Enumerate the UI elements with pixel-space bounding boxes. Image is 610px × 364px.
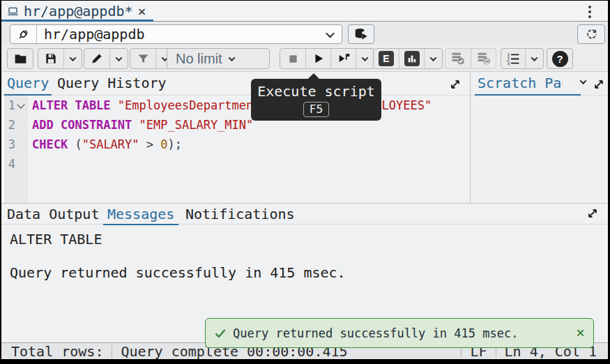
database-play-icon xyxy=(353,26,369,42)
limit-group: No limit xyxy=(167,48,270,69)
scratch-pad-area[interactable] xyxy=(471,96,608,203)
rollback-button[interactable] xyxy=(471,49,496,68)
macro-options-button[interactable] xyxy=(525,49,543,68)
pgadmin-query-tool-window: hr/app@appdb* × hr/app@appdb xyxy=(0,0,610,364)
expand-icon[interactable] xyxy=(592,77,606,91)
sql-editor[interactable]: 1ALTER TABLE "EmployeesDepartments_Salar… xyxy=(1,96,470,203)
question-mark-icon: ? xyxy=(552,51,568,67)
code-line[interactable]: 4 xyxy=(1,154,470,174)
execute-button[interactable] xyxy=(305,49,330,68)
execute-options-button[interactable] xyxy=(330,49,356,68)
save-group xyxy=(38,48,82,69)
total-rows-label: Total rows: xyxy=(1,343,103,360)
code-line[interactable]: 3CHECK ("SALARY" > 0); xyxy=(1,135,470,154)
fold-chevron-icon[interactable] xyxy=(17,100,24,108)
edit-button[interactable] xyxy=(84,49,109,68)
transaction-group xyxy=(445,48,496,69)
query-panel: Query Query History 1ALTER TABLE "Employ… xyxy=(1,72,470,203)
new-connection-button[interactable] xyxy=(348,24,374,44)
reset-layout-button[interactable] xyxy=(577,24,605,44)
connection-row: hr/app@appdb xyxy=(1,22,608,45)
plug-icon xyxy=(10,25,37,43)
explain-group: E xyxy=(373,48,443,69)
connection-value: hr/app@appdb xyxy=(37,26,327,43)
tab-scratch-pad[interactable]: Scratch Pad xyxy=(478,75,563,91)
execute-tooltip: Execute script F5 xyxy=(251,79,381,121)
chevron-down-icon[interactable] xyxy=(580,77,587,84)
folder-icon xyxy=(13,52,28,66)
refresh-icon xyxy=(584,27,598,41)
chevron-down-icon xyxy=(430,54,437,61)
play-icon xyxy=(312,52,326,66)
play-flag-icon xyxy=(337,52,351,66)
help-group: ? xyxy=(547,48,573,69)
explain-analyze-button[interactable] xyxy=(399,49,424,68)
edit-options-button[interactable] xyxy=(109,49,128,68)
code-line[interactable]: 1ALTER TABLE "EmployeesDepartments_Salar… xyxy=(1,96,470,115)
explain-button[interactable]: E xyxy=(374,49,399,68)
connection-selector[interactable]: hr/app@appdb xyxy=(10,24,342,44)
macro-button[interactable]: 1 2 3 xyxy=(501,49,525,68)
active-tab-underline xyxy=(1,20,153,22)
commit-button[interactable] xyxy=(445,49,471,68)
database-commit-icon xyxy=(450,51,466,66)
scratch-pad-panel: Scratch Pad xyxy=(470,72,608,203)
execute-group xyxy=(280,48,374,69)
messages-content: ALTER TABLE Query returned successfully … xyxy=(1,225,346,281)
laptop-icon xyxy=(7,6,19,17)
tab-title: hr/app@appdb* xyxy=(24,3,133,20)
check-icon xyxy=(214,327,227,340)
save-options-button[interactable] xyxy=(63,49,82,68)
success-toast: Query returned successfully in 415 msec.… xyxy=(205,318,594,348)
open-file-button[interactable] xyxy=(8,49,33,68)
close-icon[interactable]: × xyxy=(138,4,146,18)
query-toolbar: No limit xyxy=(1,45,608,72)
tab-query-history[interactable]: Query History xyxy=(57,75,167,91)
explain-icon: E xyxy=(379,51,394,66)
tab-messages[interactable]: Messages xyxy=(107,206,174,222)
output-tabs: Data Output Messages Notifications xyxy=(1,204,608,225)
macro-group: 1 2 3 xyxy=(501,48,544,69)
numbered-list-icon: 1 2 3 xyxy=(506,52,521,66)
scratch-pad-header: Scratch Pad xyxy=(471,72,608,96)
chevron-down-icon xyxy=(70,54,77,61)
filter-button[interactable] xyxy=(130,49,155,68)
tooltip-shortcut-key: F5 xyxy=(303,102,329,117)
tab-query-tool[interactable]: hr/app@appdb* × xyxy=(1,1,153,22)
expand-icon[interactable] xyxy=(448,77,462,91)
tab-query[interactable]: Query xyxy=(7,75,49,91)
kebab-menu-icon[interactable] xyxy=(587,4,593,20)
execute-menu-button[interactable] xyxy=(356,49,374,68)
app-surface: hr/app@appdb* × hr/app@appdb xyxy=(1,1,608,359)
help-button[interactable]: ? xyxy=(547,49,572,68)
tab-notifications[interactable]: Notifications xyxy=(185,206,295,222)
open-file-group xyxy=(7,48,33,69)
tooltip-label: Execute script xyxy=(257,83,375,100)
pencil-icon xyxy=(90,52,104,66)
chevron-down-icon xyxy=(362,54,369,61)
editor-lines: 1ALTER TABLE "EmployeesDepartments_Salar… xyxy=(1,96,470,174)
chevron-down-icon xyxy=(116,54,123,61)
save-button[interactable] xyxy=(38,49,63,68)
code-line[interactable]: 2ADD CONSTRAINT "EMP_SALARY_MIN" xyxy=(1,115,470,135)
svg-text:3: 3 xyxy=(507,61,510,66)
message-line: Query returned successfully in 415 msec. xyxy=(10,264,346,281)
toast-message: Query returned successfully in 415 msec. xyxy=(233,326,570,340)
edit-group xyxy=(84,48,128,69)
bar-chart-icon xyxy=(404,51,420,66)
stop-icon xyxy=(287,52,300,66)
tab-data-output[interactable]: Data Output xyxy=(7,206,99,222)
chevron-down-icon[interactable] xyxy=(326,29,335,38)
chevron-down-icon xyxy=(531,54,538,61)
funnel-filter-icon xyxy=(136,52,151,66)
row-limit-select[interactable]: No limit xyxy=(167,49,269,68)
explain-options-button[interactable] xyxy=(424,49,442,68)
close-icon[interactable]: × xyxy=(576,326,585,340)
message-line: ALTER TABLE xyxy=(10,231,346,248)
query-panel-tabs: Query Query History xyxy=(1,72,470,96)
document-tabbar: hr/app@appdb* × xyxy=(1,1,608,22)
stop-button[interactable] xyxy=(280,49,305,68)
chevron-down-icon xyxy=(228,54,235,61)
floppy-save-icon xyxy=(44,52,58,66)
expand-icon[interactable] xyxy=(586,206,600,220)
